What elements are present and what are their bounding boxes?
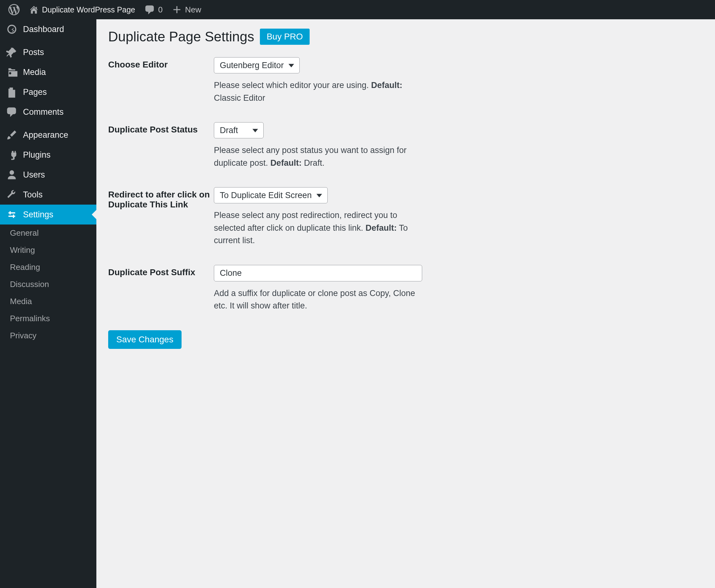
- editor-label: Choose Editor: [108, 57, 214, 70]
- submenu-reading[interactable]: Reading: [0, 259, 96, 276]
- sidebar-item-comments[interactable]: Comments: [0, 102, 96, 122]
- media-icon: [6, 66, 17, 78]
- sidebar-item-label: Settings: [23, 210, 53, 219]
- plus-icon: [172, 5, 182, 15]
- row-suffix: Duplicate Post Suffix Add a suffix for d…: [108, 265, 703, 312]
- sidebar-item-label: Plugins: [23, 150, 51, 160]
- editor-select[interactable]: Gutenberg Editor: [214, 57, 300, 74]
- home-icon: [29, 5, 39, 15]
- brush-icon: [6, 129, 17, 141]
- comments-link[interactable]: 0: [140, 0, 167, 19]
- sidebar-item-label: Posts: [23, 47, 44, 57]
- row-choose-editor: Choose Editor Gutenberg Editor Please se…: [108, 57, 703, 104]
- submenu-general[interactable]: General: [0, 225, 96, 241]
- sidebar-item-label: Users: [23, 170, 45, 180]
- pages-icon: [6, 86, 17, 98]
- site-name-label: Duplicate WordPress Page: [42, 5, 135, 14]
- sidebar-item-media[interactable]: Media: [0, 62, 96, 82]
- sidebar-item-label: Dashboard: [23, 25, 64, 34]
- row-redirect: Redirect to after click on Duplicate Thi…: [108, 187, 703, 247]
- sidebar-item-appearance[interactable]: Appearance: [0, 125, 96, 145]
- submenu-writing[interactable]: Writing: [0, 241, 96, 259]
- dashboard-icon: [6, 24, 17, 35]
- wp-logo[interactable]: [4, 0, 24, 19]
- page-title: Duplicate Page Settings: [108, 29, 254, 44]
- suffix-input[interactable]: [214, 265, 422, 281]
- comment-icon: [145, 4, 155, 15]
- wrench-icon: [6, 189, 17, 200]
- row-post-status: Duplicate Post Status Draft Please selec…: [108, 122, 703, 169]
- sidebar-item-tools[interactable]: Tools: [0, 185, 96, 205]
- settings-form: Choose Editor Gutenberg Editor Please se…: [108, 57, 703, 349]
- sidebar-item-users[interactable]: Users: [0, 165, 96, 185]
- sidebar-item-plugins[interactable]: Plugins: [0, 145, 96, 165]
- sidebar-item-settings[interactable]: Settings: [0, 205, 96, 225]
- user-icon: [6, 169, 17, 180]
- sidebar-item-label: Comments: [23, 107, 64, 117]
- redirect-help: Please select any post redirection, redi…: [214, 209, 425, 247]
- sidebar-item-dashboard[interactable]: Dashboard: [0, 19, 96, 39]
- submenu-discussion[interactable]: Discussion: [0, 276, 96, 293]
- suffix-help: Add a suffix for duplicate or clone post…: [214, 287, 425, 312]
- status-help: Please select any post status you want t…: [214, 144, 425, 169]
- redirect-label: Redirect to after click on Duplicate Thi…: [108, 187, 214, 210]
- plug-icon: [6, 149, 17, 161]
- redirect-select[interactable]: To Duplicate Edit Screen: [214, 187, 328, 203]
- save-button[interactable]: Save Changes: [108, 330, 181, 349]
- new-label: New: [185, 5, 201, 15]
- status-select[interactable]: Draft: [214, 122, 264, 139]
- sidebar-item-pages[interactable]: Pages: [0, 82, 96, 102]
- admin-topbar: Duplicate WordPress Page 0 New: [0, 0, 715, 19]
- sidebar-item-label: Appearance: [23, 130, 68, 140]
- main-content: Duplicate Page Settings Buy PRO Choose E…: [96, 19, 715, 358]
- status-label: Duplicate Post Status: [108, 122, 214, 135]
- page-header: Duplicate Page Settings Buy PRO: [108, 28, 703, 45]
- wordpress-icon: [8, 4, 20, 15]
- sidebar-item-label: Media: [23, 67, 46, 77]
- buy-pro-button[interactable]: Buy PRO: [260, 28, 310, 45]
- comments-icon: [6, 106, 17, 118]
- admin-sidebar: Dashboard Posts Media Pages Comments App…: [0, 19, 96, 358]
- pin-icon: [6, 47, 17, 58]
- settings-icon: [6, 209, 17, 220]
- editor-help: Please select which editor your are usin…: [214, 79, 425, 104]
- submenu-media[interactable]: Media: [0, 293, 96, 310]
- submenu-privacy[interactable]: Privacy: [0, 327, 96, 344]
- comments-count: 0: [158, 5, 162, 15]
- new-link[interactable]: New: [167, 0, 206, 19]
- submenu-permalinks[interactable]: Permalinks: [0, 310, 96, 327]
- suffix-label: Duplicate Post Suffix: [108, 265, 214, 277]
- site-name-link[interactable]: Duplicate WordPress Page: [24, 0, 140, 19]
- sidebar-item-label: Pages: [23, 87, 47, 97]
- sidebar-item-label: Tools: [23, 190, 43, 200]
- sidebar-item-posts[interactable]: Posts: [0, 42, 96, 62]
